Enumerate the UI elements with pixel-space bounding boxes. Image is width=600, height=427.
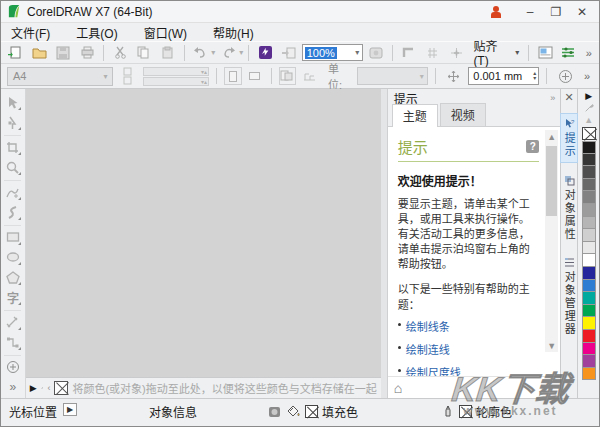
search-content-button[interactable] [254,44,276,62]
artistic-media-tool[interactable] [2,203,23,222]
paste-button[interactable] [157,44,179,62]
color-swatch[interactable] [582,217,596,230]
undo-button[interactable] [190,44,212,62]
color-swatch[interactable] [582,229,596,242]
palette-no-color-swatch[interactable] [582,127,596,140]
docker-close-icon[interactable]: ✕ [565,91,574,105]
topic-link[interactable]: 绘制连线 [398,341,539,357]
color-swatch[interactable] [582,254,596,267]
docker-splitter[interactable] [381,89,388,398]
no-color-swatch[interactable] [54,381,68,395]
polygon-tool[interactable] [2,268,23,287]
page-width-input[interactable]: ▾▴ [143,67,209,76]
collapse-arrow-icon[interactable]: ‹ [47,383,50,393]
nudge-offset-input[interactable]: 0.001 mm ▴▾ [468,67,539,85]
add-tool-button[interactable] [2,358,23,377]
minimize-button[interactable]: – [517,3,543,21]
tab-topics[interactable]: 主题 [392,104,438,127]
topic-link[interactable]: 绘制尺度线 [398,364,539,376]
menu-window[interactable]: 窗口(W) [144,24,187,41]
redo-dropdown-arrow[interactable]: ▾ [239,48,243,57]
page-size-select[interactable]: A4 ▾ [7,67,113,86]
menu-tools[interactable]: 工具(O) [76,24,117,41]
color-swatch[interactable] [582,267,596,280]
maximize-button[interactable]: ❐ [543,3,569,21]
show-grid-button[interactable] [422,44,444,62]
color-swatch[interactable] [582,330,596,343]
color-swatch[interactable] [582,242,596,255]
color-swatch[interactable] [582,292,596,305]
palette-scroll-up-icon[interactable]: ▲ [584,114,593,126]
color-swatch[interactable] [582,166,596,179]
palette-eyedropper-icon[interactable] [584,102,594,114]
freehand-tool[interactable] [2,183,23,202]
show-guidelines-button[interactable] [446,44,468,62]
eyedropper-icon[interactable] [41,382,44,394]
fill-bucket-icon[interactable] [286,405,301,419]
undo-dropdown-arrow[interactable]: ▾ [211,48,215,57]
fullscreen-preview-button[interactable] [365,44,387,62]
portrait-button[interactable] [224,67,242,85]
side-tab-hints[interactable]: ? 提示 [560,113,578,163]
zoom-level-combobox[interactable]: 100% ▾ [302,44,363,61]
color-proof-icon[interactable] [267,405,282,419]
color-swatch[interactable] [582,343,596,356]
topic-link[interactable]: 绘制线条 [398,318,539,334]
play-arrow-icon[interactable]: ▶ [30,383,37,393]
outline-pen-icon[interactable] [440,405,455,419]
import-button[interactable] [278,44,300,62]
current-page-button[interactable] [300,67,318,85]
toolbox-overflow-button[interactable]: » [2,378,23,397]
color-swatch[interactable] [582,179,596,192]
toolbar-overflow-button[interactable]: » [582,47,595,59]
zoom-tool[interactable] [2,158,23,177]
rectangle-tool[interactable] [2,228,23,247]
palette-flyout-arrow-icon[interactable]: ▶ [585,90,592,102]
scroll-down-icon[interactable]: ▼ [545,339,558,352]
color-swatch[interactable] [582,141,596,154]
docker-flyout-button[interactable]: » [550,93,554,103]
redo-button[interactable] [217,44,239,62]
page-dimension-inputs[interactable]: ▾▴ ▾▴ [143,67,209,86]
snap-to-dropdown[interactable]: 贴齐(T) ▾ [469,44,523,62]
color-swatch[interactable] [582,355,596,368]
home-icon[interactable]: ⌂ [394,380,402,396]
add-preset-button[interactable] [554,67,576,85]
color-swatch[interactable] [582,280,596,293]
all-pages-button[interactable] [279,67,297,85]
color-swatch[interactable] [582,368,596,381]
color-swatch[interactable] [582,204,596,217]
parallel-dimension-tool[interactable] [2,313,23,332]
print-button[interactable] [76,44,98,62]
tab-videos[interactable]: 视频 [440,103,486,126]
color-swatch[interactable] [582,191,596,204]
save-button[interactable] [53,44,75,62]
close-button[interactable]: ✕ [569,3,595,21]
property-bar-overflow-button[interactable]: » [580,70,593,82]
scrollbar-thumb[interactable] [546,146,557,216]
color-swatch[interactable] [582,317,596,330]
text-tool[interactable]: 字 [2,288,23,307]
units-select[interactable]: ▾ [357,67,428,85]
landscape-button[interactable] [246,67,264,85]
application-launcher-button[interactable] [558,44,580,62]
ellipse-tool[interactable] [2,248,23,267]
color-swatch[interactable] [582,305,596,318]
help-button[interactable]: ? [526,140,539,153]
spinner-arrows-icon[interactable]: ▴▾ [533,71,538,81]
options-button[interactable] [534,44,556,62]
crop-tool[interactable] [2,138,23,157]
pick-tool[interactable] [2,93,23,112]
menu-help[interactable]: 帮助(H) [213,24,254,41]
new-document-button[interactable] [5,44,27,62]
cut-button[interactable] [109,44,131,62]
shape-tool[interactable] [2,113,23,132]
show-rulers-button[interactable] [398,44,420,62]
menu-file[interactable]: 文件(F) [11,24,50,41]
scroll-up-icon[interactable]: ▲ [545,130,558,143]
connector-tool[interactable] [2,333,23,352]
copy-button[interactable] [133,44,155,62]
open-button[interactable] [29,44,51,62]
side-tab-object-properties[interactable]: 对象属性 [561,171,577,245]
color-swatch[interactable] [582,154,596,167]
